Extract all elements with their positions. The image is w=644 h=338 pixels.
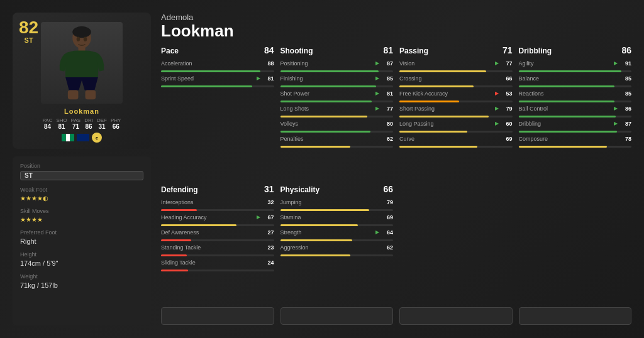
stat-bar bbox=[519, 85, 615, 87]
player-first-name: Ademola bbox=[161, 13, 631, 22]
stat-name: Stamina bbox=[280, 214, 380, 221]
stat-bar bbox=[519, 101, 615, 102]
stat-num: 77 bbox=[382, 106, 393, 112]
stat-row: Long Shots ▶ 77 bbox=[280, 106, 394, 112]
stat-row: Free Kick Accuracy ▶ 53 bbox=[399, 90, 513, 97]
arrow-icon: ▶ bbox=[257, 75, 260, 81]
height-label: Height bbox=[20, 251, 143, 258]
stat-num: 86 bbox=[620, 106, 631, 112]
defending-header: Defending 31 bbox=[161, 184, 274, 194]
stat-row: Vision ▶ 77 bbox=[399, 60, 513, 67]
stat-bar-wrap bbox=[161, 270, 274, 271]
stat-row: Finishing ▶ 85 bbox=[280, 75, 394, 82]
stat-num: 79 bbox=[501, 106, 513, 112]
stat-bar bbox=[519, 146, 607, 148]
stat-row: Heading Accuracy ▶ 67 bbox=[161, 214, 274, 221]
stat-name: Crossing bbox=[399, 75, 499, 82]
bottom-btn-2[interactable] bbox=[280, 307, 394, 325]
arrow-icon: ▶ bbox=[375, 75, 379, 81]
stat-bar-wrap bbox=[519, 85, 632, 87]
bottom-row bbox=[161, 307, 631, 325]
stat-num: 62 bbox=[382, 136, 393, 142]
stat-num: 77 bbox=[501, 60, 513, 67]
stat-name: Penalties bbox=[280, 136, 380, 142]
position-badge: ST bbox=[20, 171, 143, 180]
shooting-category: Shooting 81 Positioning ▶ 87 Finishing ▶… bbox=[280, 45, 394, 178]
position-section: Position ST bbox=[20, 163, 143, 180]
player-card: 82 ST bbox=[13, 13, 151, 149]
stat-bar-wrap bbox=[161, 254, 274, 256]
stat-row: Agility ▶ 91 bbox=[519, 60, 632, 67]
bottom-btn-4[interactable] bbox=[519, 307, 632, 325]
stat-row: Volleys 80 bbox=[280, 121, 394, 127]
card-name: Lookman bbox=[64, 107, 99, 115]
skill-moves-stars: ★★★★ bbox=[20, 216, 143, 223]
shooting-score: 81 bbox=[383, 45, 393, 55]
stat-name: Long Passing bbox=[399, 121, 492, 127]
stat-row: Curve 69 bbox=[399, 136, 513, 142]
skill-moves-label: Skill Moves bbox=[20, 208, 143, 214]
stat-name: Sliding Tackle bbox=[161, 259, 260, 266]
svg-point-1 bbox=[72, 26, 91, 38]
stat-row: Def Awareness 27 bbox=[161, 229, 274, 236]
bottom-btn-1[interactable] bbox=[161, 307, 274, 325]
arrow-icon: ▶ bbox=[614, 121, 618, 126]
stat-bar bbox=[280, 131, 371, 133]
dribbling-name: Dribbling bbox=[519, 46, 552, 55]
stat-row: Balance 85 bbox=[519, 75, 632, 82]
stat-bar-wrap bbox=[280, 101, 394, 102]
stat-num: 23 bbox=[263, 244, 274, 251]
height-value: 174cm / 5'9" bbox=[20, 259, 143, 267]
stat-bar bbox=[280, 70, 379, 72]
stat-bar-wrap bbox=[399, 116, 513, 117]
stat-row: Jumping 79 bbox=[280, 199, 394, 205]
stat-bar-wrap bbox=[399, 146, 513, 148]
stat-bar bbox=[399, 70, 486, 72]
right-panel: Ademola Lookman Pace 84 Acceleration 88 … bbox=[161, 13, 631, 325]
stat-row: Sliding Tackle 24 bbox=[161, 259, 274, 266]
svg-point-6 bbox=[84, 36, 87, 41]
stat-num: 69 bbox=[501, 136, 513, 142]
stat-num: 69 bbox=[382, 214, 393, 221]
stat-num: 88 bbox=[263, 60, 274, 67]
bottom-btn-3[interactable] bbox=[399, 307, 513, 325]
stat-bar-wrap bbox=[161, 85, 274, 87]
stat-name: Interceptions bbox=[161, 199, 260, 205]
pace-category: Pace 84 Acceleration 88 Sprint Speed ▶ 8… bbox=[161, 45, 274, 178]
stat-num: 60 bbox=[501, 121, 513, 127]
stat-bar bbox=[280, 209, 370, 211]
stat-name: Free Kick Accuracy bbox=[399, 90, 492, 97]
stat-num: 87 bbox=[382, 60, 393, 67]
weak-foot-section: Weak Foot ★★★★◐ bbox=[20, 187, 143, 202]
arrow-icon: ▶ bbox=[375, 90, 379, 96]
stat-bar-wrap bbox=[161, 239, 274, 241]
stat-num: 53 bbox=[501, 90, 513, 97]
stat-num: 85 bbox=[620, 75, 631, 82]
position-label: Position bbox=[20, 163, 143, 169]
arrow-icon: ▶ bbox=[375, 106, 379, 111]
stat-num: 91 bbox=[620, 60, 631, 67]
stat-name: Ball Control bbox=[519, 106, 612, 112]
weight-value: 71kg / 157lb bbox=[20, 281, 143, 289]
stat-num: 80 bbox=[382, 121, 393, 127]
stat-bar bbox=[399, 101, 459, 102]
stat-num: 81 bbox=[382, 90, 393, 97]
left-panel: 82 ST bbox=[13, 13, 151, 325]
stat-bar bbox=[161, 239, 191, 241]
dribbling-header: Dribbling 86 bbox=[519, 45, 632, 55]
weight-section: Weight 71kg / 157lb bbox=[20, 273, 143, 289]
stat-row: Crossing 66 bbox=[399, 75, 513, 82]
stat-row: Stamina 69 bbox=[280, 214, 394, 221]
height-section: Height 174cm / 5'9" bbox=[20, 251, 143, 267]
stat-name: Short Passing bbox=[399, 106, 492, 112]
stat-name: Reactions bbox=[519, 90, 618, 97]
stat-bar bbox=[519, 131, 617, 133]
stat-row: Composure 78 bbox=[519, 136, 632, 142]
stat-bar bbox=[399, 146, 477, 148]
stat-bar bbox=[280, 254, 350, 256]
ea-badge: e bbox=[92, 133, 102, 143]
stat-row: Reactions 85 bbox=[519, 90, 632, 97]
stat-bar bbox=[161, 254, 187, 256]
stat-bar-wrap bbox=[399, 101, 513, 102]
stat-bar-wrap bbox=[280, 116, 394, 117]
